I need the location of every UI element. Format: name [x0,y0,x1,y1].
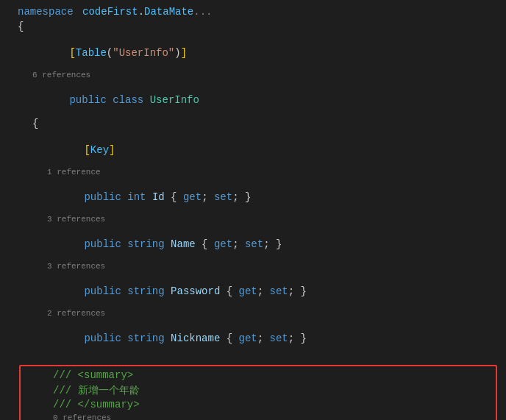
summary-close-line: /// </summary> [21,399,496,413]
namespace-path: codeFirst.DataMate... [74,6,213,18]
summary-open-line: /// <summary> [21,369,496,384]
age-ref-hint: 0 references [21,413,496,420]
empty-line [0,356,506,363]
key-ref-hint: 1 reference [0,168,506,179]
namespace-line: namespace codeFirst.DataMate... [0,6,506,21]
nickname-property: public string Nickname { get; set; } [0,321,506,356]
id-ref-hint: 3 references [0,215,506,227]
name-ref-hint: 3 references [0,262,506,274]
namespace-keyword: namespace [15,6,74,18]
password-ref-hint: 2 references [0,309,506,321]
password-property: public string Password { get; set; } [0,274,506,309]
summary-content-line: /// 新增一个年龄 [21,384,496,399]
class-open-brace: { [0,118,506,132]
key-attribute-line: [Key] [0,132,506,168]
id-property: public int Id { get; set; } [0,179,506,215]
top-open-brace: { [0,21,506,35]
code-editor: namespace codeFirst.DataMate... { [Table… [0,0,506,420]
name-property: public string Name { get; set; } [0,227,506,262]
class-declaration: public class UserInfo [0,82,506,118]
table-ref-hint: 6 references [0,71,506,82]
table-attribute-line: [Table("UserInfo")] [0,35,506,71]
highlight-box: /// <summary> /// 新增一个年龄 /// </summary> … [19,365,497,420]
